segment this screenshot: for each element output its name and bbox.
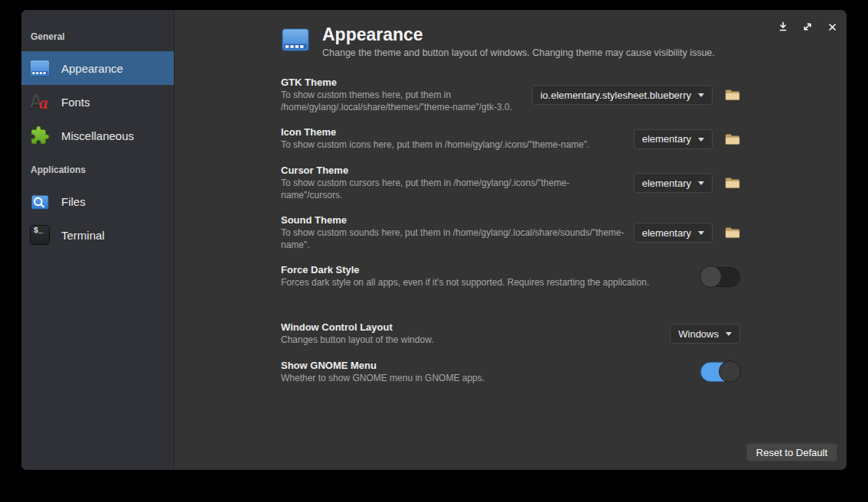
section-spacer [281,302,740,321]
setting-description: Changes button layout of the window. [281,334,662,347]
folder-icon [725,133,740,145]
folder-icon [725,177,740,189]
setting-description: To show custom themes here, put them in … [281,90,524,113]
window-control-layout-dropdown[interactable]: Windows [670,324,740,344]
chevron-down-icon [698,181,704,185]
puzzle-icon [29,125,51,146]
close-button[interactable] [827,21,837,32]
setting-row-show-gnome-menu: Show GNOME Menu Whether to show GNOME me… [281,360,740,385]
setting-title: Sound Theme [281,214,626,226]
setting-row-cursor-theme: Cursor Theme To show custom cursors here… [281,165,740,201]
maximize-icon [802,21,813,32]
window-control-layout-value: Windows [678,328,719,340]
window-controls [778,21,837,32]
cursor-theme-value: elementary [642,178,691,189]
cursor-theme-open-folder-button[interactable] [725,177,740,189]
fonts-icon-letter-a: a [39,93,48,113]
minimize-icon [778,21,788,32]
sidebar-item-files[interactable]: Files [21,184,174,218]
setting-row-force-dark-style: Force Dark Style Forces dark style on al… [281,264,740,289]
sound-theme-value: elementary [642,227,691,239]
folder-icon [725,227,740,239]
close-icon [827,22,837,32]
chevron-down-icon [698,93,704,97]
show-gnome-menu-toggle[interactable] [700,362,740,382]
page-subtitle: Change the theme and button layout of wi… [322,47,715,58]
chevron-down-icon [698,138,704,142]
setting-title: Icon Theme [281,126,626,138]
maximize-button[interactable] [802,21,813,32]
page-title: Appearance [322,25,715,44]
sidebar-item-label: Files [61,195,86,208]
sidebar-section-general: General [21,31,174,42]
fonts-icon: A a [29,91,51,112]
gtk-theme-open-folder-button[interactable] [725,89,740,101]
icon-theme-dropdown[interactable]: elementary [634,129,713,149]
setting-description: To show custom cursors here, put them in… [281,178,626,201]
sidebar-item-label: Fonts [61,96,90,109]
setting-row-icon-theme: Icon Theme To show custom icons here, pu… [281,126,740,152]
setting-title: GTK Theme [281,77,524,88]
folder-icon [725,89,740,101]
content-column: Appearance Change the theme and button l… [281,10,740,384]
setting-row-sound-theme: Sound Theme To show custom sounds here, … [281,214,740,251]
sidebar-section-applications: Applications [21,165,174,175]
tweaks-window: General Appearance [21,10,847,470]
setting-row-window-control-layout: Window Control Layout Changes button lay… [281,321,740,347]
setting-row-gtk-theme: GTK Theme To show custom themes here, pu… [281,77,740,113]
terminal-icon-prompt: $_ [30,225,50,245]
force-dark-style-toggle[interactable] [700,267,740,287]
page-header: Appearance Change the theme and button l… [281,25,740,58]
chevron-down-icon [726,332,732,336]
setting-title: Window Control Layout [281,321,662,333]
toggle-knob [719,360,741,383]
gtk-theme-dropdown[interactable]: io.elementary.stylesheet.blueberry [532,85,713,105]
icon-theme-open-folder-button[interactable] [725,133,740,145]
setting-title: Show GNOME Menu [281,360,693,371]
terminal-icon: $_ [29,224,51,246]
sidebar-item-label: Appearance [61,62,123,75]
appearance-header-icon [281,25,310,54]
setting-title: Force Dark Style [281,264,693,275]
sidebar-item-terminal[interactable]: $_ Terminal [21,218,174,252]
gtk-theme-value: io.elementary.stylesheet.blueberry [540,90,691,101]
chevron-down-icon [698,231,704,235]
icon-theme-value: elementary [642,133,691,145]
setting-description: Forces dark style on all apps, even if i… [281,277,693,289]
toggle-knob [700,266,722,288]
sidebar: General Appearance [21,10,175,470]
main-panel: Appearance Change the theme and button l… [175,10,847,470]
setting-title: Cursor Theme [281,165,626,176]
reset-to-default-button[interactable]: Reset to Default [746,443,837,461]
sidebar-item-miscellaneous[interactable]: Miscellaneous [21,119,174,152]
minimize-button[interactable] [778,21,788,32]
setting-description: To show custom sounds here, put them in … [281,227,626,251]
setting-description: To show custom icons here, put them in /… [281,139,626,152]
cursor-theme-dropdown[interactable]: elementary [634,173,713,193]
sound-theme-open-folder-button[interactable] [725,227,740,239]
appearance-icon [29,57,51,79]
files-icon [29,191,51,212]
sidebar-item-fonts[interactable]: A a Fonts [21,85,174,119]
sidebar-item-label: Miscellaneous [61,129,134,142]
sidebar-item-appearance[interactable]: Appearance [21,51,174,85]
setting-description: Whether to show GNOME menu in GNOME apps… [281,373,693,385]
sidebar-item-label: Terminal [61,229,105,242]
sound-theme-dropdown[interactable]: elementary [634,223,713,243]
